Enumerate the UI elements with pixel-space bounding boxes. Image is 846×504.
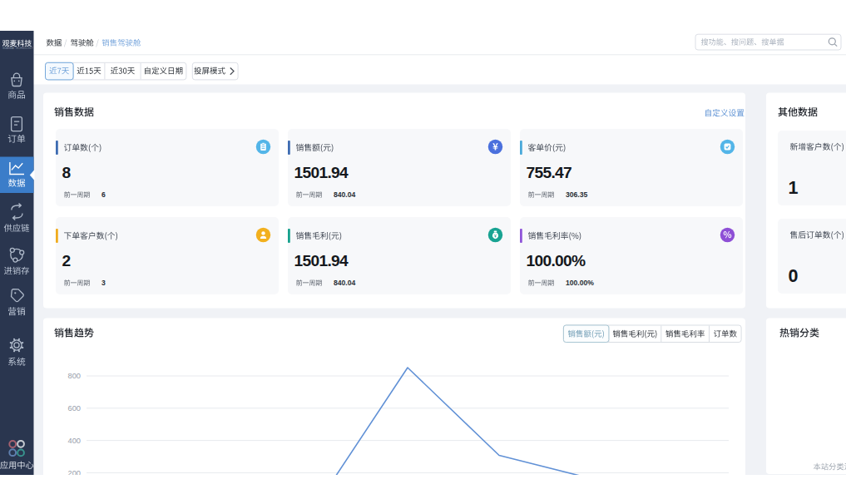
svg-text:100.00%: 100.00% [566, 279, 594, 287]
svg-text:2: 2 [62, 252, 71, 269]
svg-text:1: 1 [789, 178, 799, 198]
svg-text:600: 600 [67, 404, 81, 413]
svg-text:840.04: 840.04 [334, 190, 356, 199]
svg-text:1501.94: 1501.94 [294, 164, 349, 181]
svg-text:1501.94: 1501.94 [294, 252, 349, 269]
svg-text:306.35: 306.35 [566, 190, 588, 199]
svg-text:200: 200 [67, 469, 81, 477]
svg-text:3: 3 [101, 279, 106, 287]
svg-text:6: 6 [101, 190, 106, 199]
svg-text:100.00%: 100.00% [527, 252, 586, 269]
svg-text:400: 400 [67, 437, 81, 445]
svg-text:840.04: 840.04 [334, 279, 356, 287]
svg-text:800: 800 [67, 372, 81, 380]
svg-text:755.47: 755.47 [527, 164, 572, 181]
svg-text:GUANMAI TECHNOLOGY: GUANMAI TECHNOLOGY [2, 47, 33, 50]
svg-text:8: 8 [62, 164, 72, 181]
svg-text:0: 0 [789, 266, 799, 286]
